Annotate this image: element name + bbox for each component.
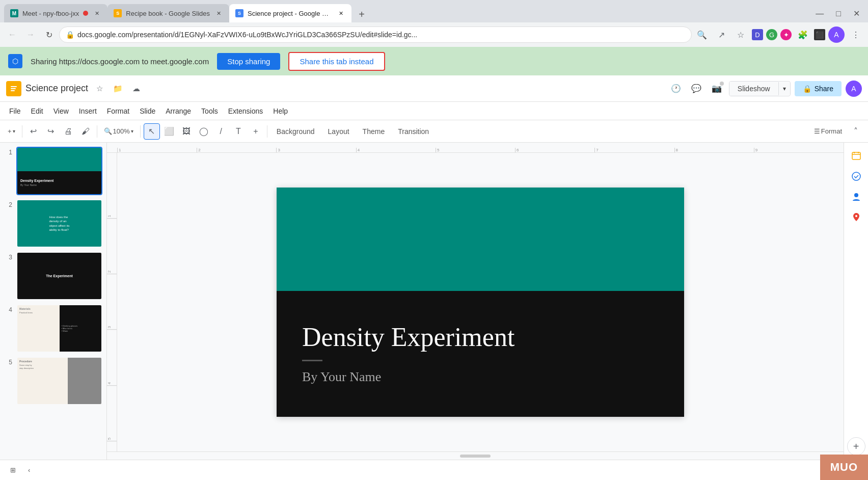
menu-tools[interactable]: Tools — [196, 105, 223, 117]
recipe-favicon: S — [114, 9, 122, 17]
slide-2-thumb[interactable]: How does thedensity of anobject affect i… — [16, 199, 102, 248]
slide-2-bg: How does thedensity of anobject affect i… — [17, 200, 101, 247]
slide-grid-btn[interactable]: ⊞ — [6, 464, 20, 476]
camera-btn[interactable]: 📷 — [709, 81, 725, 97]
slide-4-thumb[interactable]: Materials Practical items • Drinking gla… — [16, 304, 102, 353]
slideshow-button[interactable]: Slideshow — [729, 82, 778, 96]
share-page-icon[interactable]: ↗ — [713, 26, 729, 43]
ext2-icon[interactable]: G — [766, 29, 777, 40]
ext3-icon[interactable]: ✦ — [780, 29, 792, 40]
background-btn[interactable]: Background — [270, 125, 321, 138]
menu-view[interactable]: View — [48, 105, 74, 117]
window-controls: — □ ✕ — [811, 8, 864, 22]
svg-point-9 — [854, 193, 858, 197]
bookmark-icon[interactable]: ☆ — [733, 26, 749, 43]
close-tab-science[interactable]: ✕ — [336, 9, 345, 18]
calendar-sidebar-icon[interactable] — [847, 147, 865, 165]
tab-recipe-label: Recipe book - Google Slides — [126, 10, 210, 17]
insert-line-btn[interactable]: / — [213, 123, 229, 140]
menu-edit[interactable]: Edit — [26, 105, 48, 117]
forward-btn[interactable]: → — [22, 26, 39, 43]
close-tab-recipe[interactable]: ✕ — [214, 9, 223, 18]
url-bar[interactable]: 🔒 docs.google.com/presentation/d/1EGNyl-… — [59, 26, 692, 43]
slide-5-thumb[interactable]: Procedure Some step bystep description — [16, 357, 102, 405]
redo-btn[interactable]: ↪ — [43, 123, 59, 140]
collapse-toolbar-btn[interactable]: ˄ — [848, 123, 864, 140]
print-btn[interactable]: 🖨 — [60, 123, 76, 140]
more-menu-icon[interactable]: ⋮ — [848, 26, 864, 43]
slide-5-num: 5 — [4, 357, 12, 366]
address-bar: ← → ↻ 🔒 docs.google.com/presentation/d/1… — [0, 22, 868, 47]
select-frame-btn[interactable]: ⬜ — [161, 123, 177, 140]
refresh-btn[interactable]: ↻ — [41, 26, 57, 43]
menu-extensions[interactable]: Extensions — [223, 105, 268, 117]
undo-btn[interactable]: ↩ — [25, 123, 42, 140]
ext4-icon[interactable]: ⬛ — [814, 29, 825, 40]
user-avatar-header[interactable]: A — [846, 81, 862, 97]
svg-point-8 — [852, 172, 860, 180]
slide-subtitle: By Your Name — [302, 369, 659, 385]
ext1-icon[interactable]: D — [752, 29, 763, 40]
slide-1-thumb[interactable]: Density Experiment By Your Name — [16, 147, 102, 195]
format-options-btn[interactable]: ☰ Format — [810, 126, 846, 137]
puzzle-icon[interactable]: 🧩 — [795, 26, 811, 43]
folder-icon[interactable]: 📁 — [111, 82, 125, 96]
maps-sidebar-icon[interactable] — [847, 208, 865, 226]
slide-2-num: 2 — [4, 199, 12, 208]
search-icon[interactable]: 🔍 — [694, 26, 710, 43]
theme-btn[interactable]: Theme — [357, 125, 391, 138]
insert-image-btn[interactable]: 🖼 — [178, 123, 195, 140]
svg-rect-4 — [852, 152, 860, 159]
tasks-sidebar-icon[interactable] — [847, 167, 865, 185]
menu-file[interactable]: File — [4, 105, 26, 117]
menu-arrange[interactable]: Arrange — [160, 105, 196, 117]
slide-1-top — [17, 148, 101, 171]
close-window-btn[interactable]: ✕ — [849, 8, 864, 19]
slide-canvas-area[interactable]: Density Experiment By Your Name — [117, 153, 844, 451]
meet-favicon: M — [10, 9, 18, 17]
slide-4-wrap: 4 Materials Practical items • Drinking g… — [4, 304, 102, 353]
star-icon[interactable]: ☆ — [92, 82, 106, 96]
insert-text-btn[interactable]: T — [230, 123, 247, 140]
insert-more-btn[interactable]: + — [248, 123, 264, 140]
expand-panel-btn[interactable]: ‹ — [24, 464, 34, 476]
tab-recipe[interactable]: S Recipe book - Google Slides ✕ — [107, 4, 229, 22]
slide-3-thumb[interactable]: The Experiment — [16, 252, 102, 300]
h-scrollbar-thumb[interactable] — [460, 455, 491, 458]
menu-insert[interactable]: Insert — [74, 105, 102, 117]
cloud-icon[interactable]: ☁ — [129, 82, 143, 96]
format-paint-btn[interactable]: 🖌 — [77, 123, 94, 140]
transition-btn[interactable]: Transition — [392, 125, 435, 138]
add-btn[interactable]: +▾ — [4, 126, 19, 137]
profile-avatar[interactable]: A — [828, 26, 845, 43]
share-button[interactable]: 🔒 Share — [795, 81, 842, 96]
layout-btn[interactable]: Layout — [322, 125, 356, 138]
menu-help[interactable]: Help — [268, 105, 293, 117]
menu-format[interactable]: Format — [102, 105, 134, 117]
tab-meet[interactable]: M Meet - npy-fboo-jxx ✕ — [4, 4, 107, 22]
app-title: Science project — [25, 83, 88, 94]
slide-panel: 1 Density Experiment By Your Name 2 — [0, 143, 107, 460]
tab-science[interactable]: S Science project - Google Slides ✕ — [229, 4, 351, 22]
stop-sharing-button[interactable]: Stop sharing — [217, 53, 280, 70]
h-scrollbar[interactable] — [107, 451, 844, 460]
insert-shapes-btn[interactable]: ◯ — [196, 123, 212, 140]
slides-logo — [6, 81, 21, 96]
add-sidebar-btn[interactable]: + — [847, 437, 865, 456]
cursor-btn[interactable]: ↖ — [144, 123, 160, 140]
people-sidebar-icon[interactable] — [847, 188, 865, 206]
close-tab-meet[interactable]: ✕ — [92, 9, 101, 18]
minimize-btn[interactable]: — — [811, 8, 828, 19]
share-tab-button[interactable]: Share this tab instead — [288, 52, 385, 71]
slideshow-dropdown[interactable]: ▾ — [778, 82, 790, 95]
main-content: 1 Density Experiment By Your Name 2 — [0, 143, 868, 460]
maximize-btn[interactable]: □ — [832, 8, 845, 19]
zoom-select[interactable]: 🔍 100% ▾ — [100, 126, 137, 137]
comments-btn[interactable]: 💬 — [688, 81, 704, 97]
slide-1-sub-thumb: By Your Name — [20, 183, 98, 186]
slide-bottom-section: Density Experiment By Your Name — [277, 291, 684, 417]
new-tab-btn[interactable]: + — [354, 6, 370, 22]
back-btn[interactable]: ← — [4, 26, 20, 43]
menu-slide[interactable]: Slide — [134, 105, 160, 117]
history-btn[interactable]: 🕐 — [668, 81, 684, 97]
